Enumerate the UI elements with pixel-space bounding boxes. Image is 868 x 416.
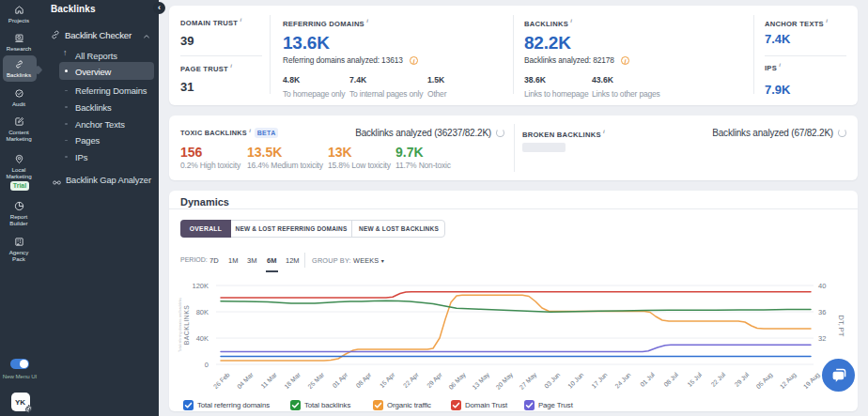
svg-text:24 Jun: 24 Jun: [613, 371, 632, 390]
svg-text:40: 40: [818, 282, 826, 290]
svg-text:08 Jul: 08 Jul: [662, 371, 679, 388]
svg-text:29 Jul: 29 Jul: [734, 371, 751, 388]
svg-text:08 Apr: 08 Apr: [355, 371, 374, 390]
svg-text:25 Mar: 25 Mar: [306, 371, 325, 390]
svg-text:01 Jul: 01 Jul: [639, 371, 656, 388]
svg-text:32: 32: [818, 334, 826, 343]
svg-text:27 May: 27 May: [519, 371, 539, 392]
svg-text:17 Jun: 17 Jun: [590, 371, 609, 390]
svg-text:80K: 80K: [196, 308, 209, 316]
svg-text:0: 0: [205, 361, 209, 369]
svg-text:12 Aug: 12 Aug: [779, 371, 798, 391]
svg-text:15 Apr: 15 Apr: [379, 371, 397, 390]
svg-text:01 Apr: 01 Apr: [331, 371, 349, 390]
svg-text:06 May: 06 May: [447, 371, 468, 392]
svg-text:40K: 40K: [196, 334, 209, 343]
svg-text:05 Aug: 05 Aug: [755, 371, 775, 391]
svg-text:13 May: 13 May: [471, 371, 491, 392]
svg-text:DT, PT: DT, PT: [837, 316, 845, 337]
svg-text:29 Apr: 29 Apr: [426, 371, 444, 390]
svg-text:11 Mar: 11 Mar: [259, 371, 278, 390]
svg-text:20 May: 20 May: [494, 371, 515, 392]
svg-text:18 Mar: 18 Mar: [283, 371, 302, 390]
svg-text:22 Apr: 22 Apr: [402, 371, 421, 390]
svg-text:36: 36: [818, 308, 826, 316]
svg-text:04 Mar: 04 Mar: [236, 371, 255, 390]
svg-text:Total referring domains and ba: Total referring domains and backlinks: [178, 298, 182, 352]
svg-text:19 Aug: 19 Aug: [802, 371, 822, 391]
svg-text:03 Jun: 03 Jun: [543, 371, 562, 390]
svg-text:10 Jun: 10 Jun: [566, 371, 585, 390]
svg-text:22 Jul: 22 Jul: [709, 371, 726, 388]
svg-text:26 Feb: 26 Feb: [212, 371, 231, 390]
svg-text:BACKLINKS: BACKLINKS: [183, 305, 190, 346]
svg-text:15 Jul: 15 Jul: [686, 371, 703, 388]
svg-text:120K: 120K: [192, 282, 209, 290]
